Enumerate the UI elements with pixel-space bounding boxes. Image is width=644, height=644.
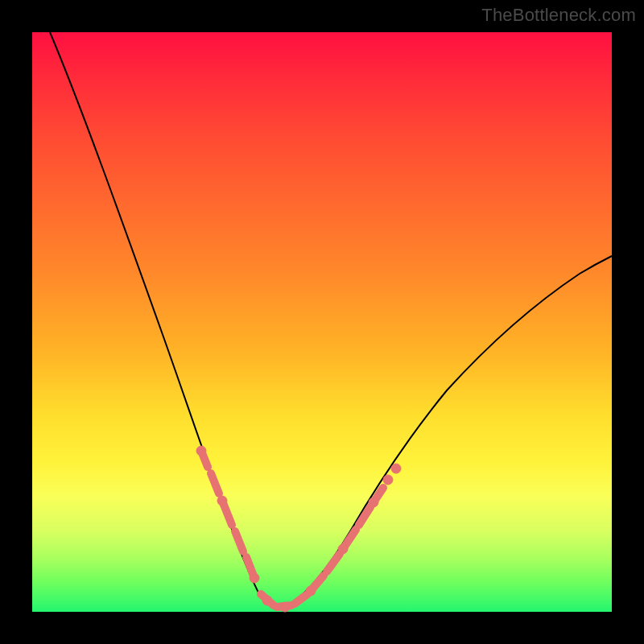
dot xyxy=(306,586,316,596)
dot xyxy=(383,475,393,485)
bottleneck-curve xyxy=(50,32,612,607)
dot xyxy=(217,496,227,506)
dot-cluster-left xyxy=(211,473,219,493)
curve-layer xyxy=(32,32,612,612)
plot-area xyxy=(32,32,612,612)
dot xyxy=(369,497,378,507)
dot xyxy=(338,544,348,554)
dot xyxy=(262,596,272,605)
dot xyxy=(280,602,290,612)
dot-cluster-right xyxy=(295,594,308,604)
dot xyxy=(196,446,206,456)
dot xyxy=(250,573,259,583)
dot-cluster-right xyxy=(359,507,370,525)
chart-frame: TheBottleneck.com xyxy=(0,0,644,644)
dot-cluster-left xyxy=(235,531,243,551)
dot-cluster-right xyxy=(327,554,340,572)
watermark-text: TheBottleneck.com xyxy=(481,5,636,26)
dot xyxy=(391,464,401,473)
